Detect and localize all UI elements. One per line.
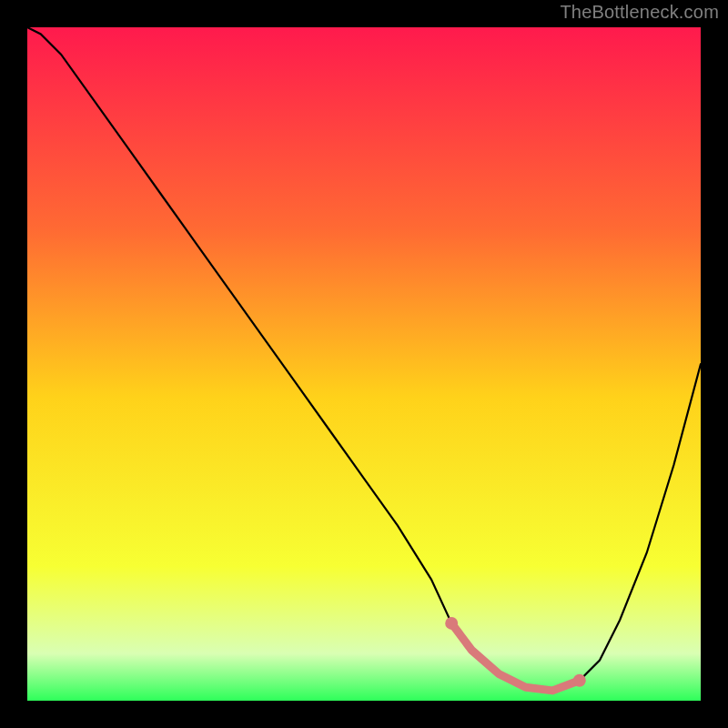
chart-frame: TheBottleneck.com [0, 0, 728, 728]
highlight-start-dot [445, 617, 458, 630]
highlight-end-dot [573, 674, 586, 687]
plot-area [27, 27, 701, 701]
attribution-text: TheBottleneck.com [560, 2, 719, 23]
chart-svg [27, 27, 701, 701]
gradient-background [27, 27, 701, 701]
